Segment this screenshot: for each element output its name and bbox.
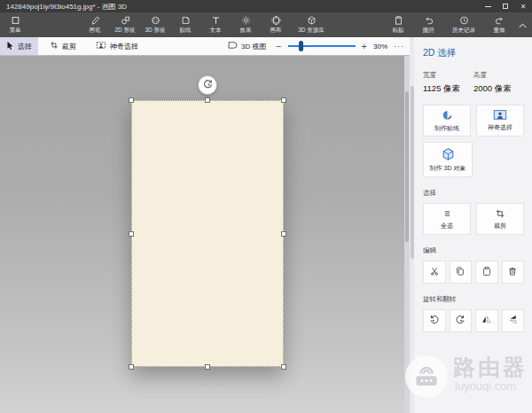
- rotate-handle[interactable]: [198, 75, 217, 95]
- height-value[interactable]: 2000 像素: [473, 83, 524, 95]
- rotate-right-button[interactable]: [450, 309, 473, 332]
- tab-canvas[interactable]: 画布: [261, 12, 291, 37]
- 3d-shapes-icon: [150, 15, 161, 26]
- crop-icon: [495, 208, 505, 220]
- minimize-button[interactable]: [479, 0, 497, 12]
- rotate-icon: [202, 77, 214, 93]
- toolbar-right-group: 粘贴 撤消 历史记录 重做: [383, 12, 530, 37]
- zoom-value: 30%: [373, 43, 387, 51]
- scissors-icon: [429, 264, 440, 280]
- flip-horizontal-icon: [481, 313, 492, 329]
- zoom-out-button[interactable]: −: [276, 42, 281, 51]
- side-panel-2d-selection: 2D 选择 宽度 1125 像素 高度 2000 像素 制作贴纸 神奇选择 制作…: [410, 37, 532, 413]
- tab-2d-shapes[interactable]: 2D 形状: [110, 12, 140, 37]
- selection-handle-e[interactable]: [281, 231, 286, 237]
- chevron-up-icon: [518, 17, 528, 33]
- zoom-controls: − + 30% ···: [276, 41, 404, 51]
- text-icon: [210, 15, 222, 26]
- undo-button[interactable]: 撤消: [413, 12, 443, 37]
- zoom-in-button[interactable]: +: [362, 42, 367, 51]
- flip-horizontal-button[interactable]: [475, 309, 498, 332]
- paste-panel-button[interactable]: [475, 261, 498, 284]
- selection-handle-ne[interactable]: [281, 97, 286, 103]
- collapse-toolbar-button[interactable]: [514, 12, 530, 37]
- selection-handle-se[interactable]: [281, 364, 286, 370]
- tab-brushes[interactable]: 画笔: [80, 12, 110, 37]
- selection-dimensions: 宽度 1125 像素 高度 2000 像素: [423, 71, 524, 95]
- flip-vertical-button[interactable]: [502, 309, 525, 332]
- select-all-icon: [442, 208, 453, 220]
- magic-select-blue-icon: [493, 109, 507, 121]
- magic-select-icon: [96, 41, 106, 51]
- height-field: 高度 2000 像素: [473, 71, 524, 95]
- menu-icon: [10, 15, 21, 26]
- minimize-icon: [485, 6, 491, 7]
- copy-icon: [455, 264, 466, 280]
- rotate-left-icon: [428, 313, 440, 329]
- tab-effects[interactable]: 效果: [231, 12, 261, 37]
- menu-button[interactable]: 菜单: [2, 12, 28, 37]
- selection-handle-n[interactable]: [205, 97, 210, 103]
- 3d-view-button[interactable]: 3D 视图: [221, 37, 272, 55]
- canvas-selection[interactable]: [131, 100, 284, 367]
- selection-handle-w[interactable]: [129, 231, 134, 237]
- history-button[interactable]: 历史记录: [443, 12, 484, 37]
- 3d-view-icon: [227, 41, 238, 51]
- sticker-icon: [180, 15, 192, 26]
- close-button[interactable]: ✕: [514, 0, 532, 12]
- select-tool-button[interactable]: 选择: [0, 37, 38, 55]
- brush-icon: [90, 15, 101, 26]
- copy-button[interactable]: [450, 261, 473, 284]
- selection-handle-s[interactable]: [205, 364, 210, 370]
- make-sticker-icon: [441, 109, 454, 122]
- make-sticker-button[interactable]: 制作贴纸: [423, 105, 471, 136]
- zoom-slider-track: [288, 45, 356, 47]
- trash-icon: [507, 264, 518, 280]
- titlebar: 142849poj1iy/9l3io451g.jpg* - 画图 3D ✕: [0, 0, 532, 12]
- tab-stickers[interactable]: 贴纸: [170, 12, 200, 37]
- tab-3d-shapes[interactable]: 3D 形状: [140, 12, 170, 37]
- crop-panel-button[interactable]: 裁剪: [476, 203, 524, 235]
- effects-icon: [240, 15, 252, 26]
- width-label: 宽度: [423, 71, 473, 80]
- magic-select-tool-button[interactable]: 神奇选择: [90, 37, 145, 55]
- main-toolbar: 菜单 画笔 2D 形状 3D 形状 贴纸 文本 效果 画布 3D 资源库 粘贴: [0, 12, 532, 37]
- width-value[interactable]: 1125 像素: [423, 83, 473, 95]
- edit-section-label: 编辑: [423, 246, 524, 255]
- undo-icon: [423, 15, 434, 26]
- redo-icon: [494, 15, 505, 26]
- tab-text[interactable]: 文本: [200, 12, 231, 37]
- canvas-icon: [270, 15, 282, 26]
- cut-button[interactable]: [423, 261, 446, 284]
- paste-button[interactable]: 粘贴: [383, 12, 413, 37]
- paste-icon: [393, 15, 404, 26]
- panel-scrollbar-thumb[interactable]: [411, 86, 414, 259]
- rotate-left-button[interactable]: [423, 309, 446, 332]
- make-3d-icon: [441, 147, 456, 162]
- magic-select-panel-button[interactable]: 神奇选择: [476, 105, 524, 136]
- width-field: 宽度 1125 像素: [423, 71, 473, 95]
- zoom-slider-thumb[interactable]: [299, 41, 303, 51]
- maximize-button[interactable]: [497, 0, 514, 12]
- maximize-icon: [503, 4, 508, 9]
- select-all-button[interactable]: 全选: [423, 203, 471, 235]
- make-3d-object-button[interactable]: 制作 3D 对象: [423, 142, 473, 177]
- redo-button[interactable]: 重做: [484, 12, 514, 37]
- crop-tool-button[interactable]: 裁剪: [43, 37, 82, 55]
- clipboard-icon: [481, 264, 492, 280]
- rotate-flip-section-label: 旋转和翻转: [423, 295, 524, 304]
- selection-handle-nw[interactable]: [129, 97, 134, 103]
- selection-handle-sw[interactable]: [129, 364, 134, 370]
- panel-scrollbar[interactable]: [410, 37, 414, 413]
- tab-3d-library[interactable]: 3D 资源库: [291, 12, 332, 37]
- zoom-slider[interactable]: [288, 41, 356, 51]
- more-options-button[interactable]: ···: [394, 42, 404, 51]
- close-icon: ✕: [520, 3, 527, 11]
- 3d-library-icon: [306, 15, 317, 26]
- workspace-scrollbar-thumb[interactable]: [405, 91, 409, 242]
- panel-title: 2D 选择: [423, 47, 524, 59]
- window-controls: ✕: [479, 0, 532, 12]
- canvas-workspace[interactable]: [0, 56, 404, 413]
- delete-button[interactable]: [502, 261, 525, 284]
- ribbon: 选择 裁剪 神奇选择 3D 视图 − + 30% ···: [0, 37, 410, 56]
